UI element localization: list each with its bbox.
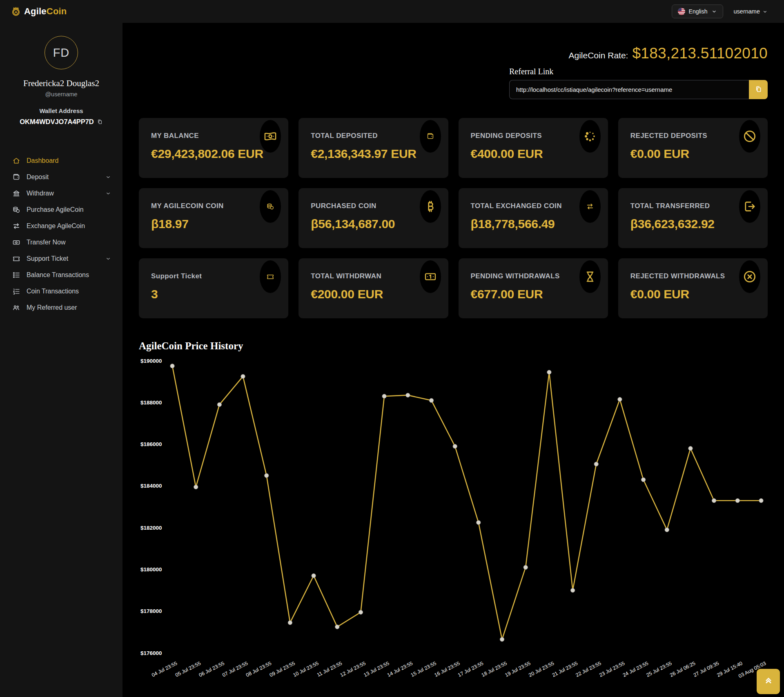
sidebar-item-label: Coin Transactions xyxy=(27,288,79,295)
scroll-to-top-button[interactable] xyxy=(757,669,780,694)
chevron-down-icon xyxy=(105,191,111,196)
main-content: AgileCoin Rate: $183,213.51102010 Referr… xyxy=(122,0,784,681)
price-chart: $190000$188000$186000$184000$182000$1800… xyxy=(139,353,768,681)
svg-text:$184000: $184000 xyxy=(140,483,162,489)
profile-name: Fredericka2 Douglas2 xyxy=(0,78,122,89)
referral-copy-button[interactable] xyxy=(749,80,768,99)
list-icon xyxy=(12,271,21,279)
sidebar-item-purchase-agilecoin[interactable]: Purchase AgileCoin xyxy=(0,202,122,218)
bank-icon xyxy=(12,189,21,198)
transfer-icon xyxy=(739,190,760,223)
sidebar-item-label: Dashboard xyxy=(27,157,58,164)
sidebar-item-exchange-agilecoin[interactable]: Exchange AgileCoin xyxy=(0,218,122,234)
svg-text:18 Jul 23:55: 18 Jul 23:55 xyxy=(481,660,508,678)
sidebar-item-label: Exchange AgileCoin xyxy=(27,222,85,230)
language-selector[interactable]: English xyxy=(672,4,723,18)
card-value: β18.97 xyxy=(151,217,277,231)
sidebar-item-deposit[interactable]: Deposit xyxy=(0,169,122,185)
chevron-down-icon xyxy=(711,9,717,14)
svg-text:$188000: $188000 xyxy=(140,400,162,406)
svg-text:$178000: $178000 xyxy=(140,608,162,614)
sidebar-item-dashboard[interactable]: Dashboard xyxy=(0,153,122,169)
stat-card-my-agilecoin-coin: MY AGILECOIN COINβ18.97 xyxy=(139,188,288,248)
exchange-icon xyxy=(12,222,21,230)
ticket-icon xyxy=(12,255,21,263)
svg-text:08 Jul 23:55: 08 Jul 23:55 xyxy=(245,660,272,678)
ban-icon xyxy=(739,120,760,153)
brand-name: AgileCoin xyxy=(24,6,67,17)
svg-text:27 Jul 09:35: 27 Jul 09:35 xyxy=(693,660,720,678)
spinner-icon xyxy=(579,120,601,153)
svg-text:26 Jul 06:25: 26 Jul 06:25 xyxy=(669,660,696,678)
card-label: PENDING DEPOSITS xyxy=(471,132,597,140)
svg-text:16 Jul 23:55: 16 Jul 23:55 xyxy=(434,660,461,678)
svg-text:06 Jul 23:55: 06 Jul 23:55 xyxy=(198,660,225,678)
svg-text:$180000: $180000 xyxy=(140,566,162,573)
stat-card-total-withdrwan: TOTAL WITHDRWAN€200.00 EUR xyxy=(298,258,448,318)
x-circle-icon xyxy=(739,260,760,293)
referral-link-input[interactable] xyxy=(509,80,749,99)
ticket-icon xyxy=(260,260,281,293)
svg-text:A: A xyxy=(14,10,17,14)
card-value: €29,423,802.06 EUR xyxy=(151,147,277,161)
copy-icon xyxy=(755,85,762,94)
rate-value: $183,213.51102010 xyxy=(632,45,768,62)
profile-handle: @username xyxy=(0,91,122,98)
referral-block: Referral Link xyxy=(509,67,768,99)
price-history-section: AgileCoin Price History $190000$188000$1… xyxy=(139,340,768,681)
svg-text:22 Jul 23:55: 22 Jul 23:55 xyxy=(575,660,602,678)
chevron-down-icon xyxy=(105,174,111,180)
sidebar-item-balance-transactions[interactable]: Balance Transactions xyxy=(0,267,122,283)
card-label: TOTAL EXCHANGED COIN xyxy=(471,202,597,210)
coins-icon xyxy=(12,206,21,214)
language-label: English xyxy=(689,8,708,15)
stat-cards: MY BALANCE€29,423,802.06 EURTOTAL DEPOSI… xyxy=(139,118,768,318)
exchange-icon xyxy=(579,190,601,223)
card-label: MY BALANCE xyxy=(151,132,277,140)
agilecoin-rate: AgileCoin Rate: $183,213.51102010 xyxy=(139,45,768,62)
chart-title: AgileCoin Price History xyxy=(139,340,768,352)
stat-card-support-ticket: Support Ticket3 xyxy=(139,258,288,318)
sidebar-item-withdraw[interactable]: Withdraw xyxy=(0,185,122,202)
svg-text:05 Jul 23:55: 05 Jul 23:55 xyxy=(174,660,202,678)
brand-logo[interactable]: A AgileCoin xyxy=(11,6,67,17)
users-icon xyxy=(12,304,21,312)
stat-card-total-exchanged-coin: TOTAL EXCHANGED COINβ18,778,566.49 xyxy=(459,188,608,248)
sidebar-item-label: Support Ticket xyxy=(27,255,68,262)
money-bill-icon xyxy=(260,120,281,153)
chevron-down-icon xyxy=(105,256,111,262)
sidebar-menu: DashboardDepositWithdrawPurchase AgileCo… xyxy=(0,153,122,316)
svg-text:21 Jul 23:55: 21 Jul 23:55 xyxy=(551,660,579,678)
home-icon xyxy=(12,157,21,165)
card-label: TOTAL TRANSFERRED xyxy=(630,202,756,210)
svg-text:12 Jul 23:55: 12 Jul 23:55 xyxy=(339,660,367,678)
svg-text:10 Jul 23:55: 10 Jul 23:55 xyxy=(292,660,319,678)
svg-text:09 Jul 23:55: 09 Jul 23:55 xyxy=(269,660,296,678)
money-one-icon xyxy=(420,260,441,293)
sidebar-item-transfer-now[interactable]: Transfer Now xyxy=(0,234,122,251)
svg-text:19 Jul 23:55: 19 Jul 23:55 xyxy=(504,660,532,678)
bitcoin-icon xyxy=(420,190,441,223)
chevron-up-icon xyxy=(763,676,774,688)
sidebar-item-my-referred-user[interactable]: My Referred user xyxy=(0,300,122,316)
avatar: FD xyxy=(45,36,78,69)
user-menu[interactable]: username xyxy=(734,8,768,15)
wallet-icon xyxy=(420,120,441,153)
svg-text:$186000: $186000 xyxy=(140,441,162,447)
sidebar-item-coin-transactions[interactable]: Coin Transactions xyxy=(0,283,122,300)
stat-card-pending-deposits: PENDING DEPOSITS€400.00 EUR xyxy=(459,118,608,178)
copy-icon[interactable] xyxy=(97,119,103,125)
sidebar-item-support-ticket[interactable]: Support Ticket xyxy=(0,251,122,267)
sidebar-item-label: Withdraw xyxy=(27,190,54,197)
price-chart-svg: $190000$188000$186000$184000$182000$1800… xyxy=(139,353,768,680)
sidebar-item-label: Deposit xyxy=(27,173,49,181)
list-ol-icon xyxy=(12,287,21,295)
sidebar-item-label: My Referred user xyxy=(27,304,77,311)
stat-card-my-balance: MY BALANCE€29,423,802.06 EUR xyxy=(139,118,288,178)
svg-text:$176000: $176000 xyxy=(140,650,162,656)
stat-card-total-transferred: TOTAL TRANSFERREDβ36,623,632.92 xyxy=(618,188,768,248)
stat-card-total-deposited: TOTAL DEPOSITED€2,136,343.97 EUR xyxy=(298,118,448,178)
chevron-down-icon xyxy=(762,9,768,14)
rate-label: AgileCoin Rate: xyxy=(569,51,628,60)
svg-text:11 Jul 23:55: 11 Jul 23:55 xyxy=(316,660,343,678)
